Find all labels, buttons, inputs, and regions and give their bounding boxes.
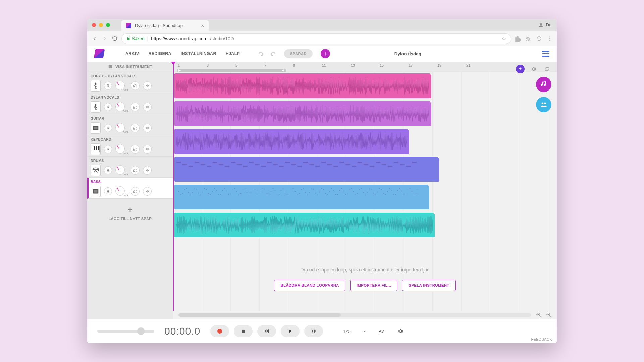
loop-region[interactable]: ▶ ◀ (177, 69, 286, 72)
clip-handle[interactable] (428, 185, 429, 186)
mute-icon[interactable] (143, 145, 152, 154)
track-header[interactable]: KEYBOARD R VOL (87, 135, 173, 157)
fast-forward-button[interactable] (304, 325, 323, 337)
headphones-icon[interactable] (131, 103, 140, 111)
arm-record-button[interactable]: R (104, 82, 112, 90)
magic-tool-button[interactable] (516, 65, 525, 73)
extension-icon[interactable] (515, 36, 521, 42)
track-header[interactable]: BASS R VOL (87, 178, 173, 199)
import-file-button[interactable]: IMPORTERA FIL... (350, 280, 397, 291)
browser-profile[interactable]: Du (538, 22, 551, 28)
headphones-icon[interactable] (131, 145, 140, 154)
audio-clip[interactable] (174, 73, 431, 98)
headphones-icon[interactable] (131, 166, 140, 175)
browser-tab[interactable]: Dylan tisdag - Soundtrap × (121, 20, 209, 31)
instrument-icon[interactable] (91, 122, 101, 134)
undo-icon[interactable] (258, 51, 264, 57)
instrument-icon[interactable] (91, 143, 101, 155)
menu-arkiv[interactable]: ARKIV (125, 51, 139, 56)
browse-loops-button[interactable]: BLÄDDRA BLAND LOOPARNA (274, 280, 345, 291)
arm-record-button[interactable]: R (104, 145, 112, 153)
rewind-button[interactable] (257, 325, 276, 337)
back-button[interactable] (91, 35, 98, 42)
track-header[interactable]: DRUMS R VOL (87, 157, 173, 178)
mute-icon[interactable] (143, 187, 152, 196)
close-window-icon[interactable] (92, 23, 96, 27)
menu-hjalp[interactable]: HJÄLP (226, 51, 240, 56)
share-button[interactable]: ↓ (321, 49, 330, 58)
timeline-sync-icon[interactable] (543, 65, 551, 73)
forward-button[interactable] (101, 35, 108, 42)
clip-handle[interactable] (430, 101, 431, 103)
metronome-toggle[interactable]: AV (379, 329, 384, 334)
bookmark-icon[interactable]: ☆ (502, 36, 506, 41)
refresh-ext-icon[interactable] (536, 36, 542, 42)
play-instrument-button[interactable]: SPELA INSTRUMENT (402, 280, 455, 291)
arm-record-button[interactable]: R (104, 103, 112, 111)
scroll-thumb[interactable] (178, 313, 531, 317)
clip-handle[interactable] (408, 129, 409, 131)
volume-knob[interactable]: VOL (115, 123, 127, 133)
audio-clip[interactable] (174, 101, 431, 126)
audio-clip[interactable] (174, 157, 439, 182)
instrument-icon[interactable] (91, 186, 101, 197)
audio-clip[interactable] (174, 213, 435, 237)
volume-knob[interactable]: VOL (115, 81, 127, 91)
track-header[interactable]: COPY OF DYLAN VOCALS R VOL (87, 72, 173, 93)
master-volume-slider[interactable] (97, 330, 154, 333)
show-instrument-button[interactable]: VISA INSTRUMENT (87, 62, 173, 72)
menu-installningar[interactable]: INSTÄLLNINGAR (181, 51, 216, 56)
play-button[interactable] (281, 325, 300, 337)
headphones-icon[interactable] (131, 81, 140, 90)
rss-icon[interactable] (525, 36, 531, 42)
reload-button[interactable] (111, 35, 118, 42)
playhead-line[interactable] (173, 62, 174, 311)
add-track-button[interactable]: + LÄGG TILL NYTT SPÅR (87, 199, 173, 227)
volume-knob[interactable]: VOL (115, 186, 127, 196)
stop-button[interactable] (234, 325, 253, 337)
project-name[interactable]: Dylan tisdag (394, 51, 421, 56)
volume-knob[interactable]: VOL (115, 165, 127, 175)
mute-icon[interactable] (143, 124, 152, 132)
redo-icon[interactable] (270, 51, 276, 57)
clip-handle[interactable] (438, 157, 439, 159)
audio-clip[interactable] (174, 129, 409, 154)
hamburger-icon[interactable] (542, 51, 549, 57)
clip-handle[interactable] (430, 73, 431, 75)
feedback-link[interactable]: FEEDBACK (531, 337, 552, 341)
transport-settings-icon[interactable] (398, 328, 403, 334)
arm-record-button[interactable]: R (104, 187, 112, 195)
mute-icon[interactable] (143, 103, 152, 111)
tempo-value[interactable]: 120 (343, 329, 351, 334)
app-logo-icon[interactable] (94, 49, 105, 58)
url-field[interactable]: Säkert | https://www.soundtrap.com/studi… (121, 33, 511, 44)
timeline-settings-icon[interactable] (529, 65, 538, 73)
headphones-icon[interactable] (131, 124, 140, 132)
time-signature[interactable]: - (364, 329, 365, 334)
record-button[interactable] (210, 325, 229, 337)
mute-icon[interactable] (143, 166, 152, 175)
audio-clip[interactable] (174, 185, 429, 209)
zoom-out-icon[interactable] (536, 312, 541, 318)
kebab-icon[interactable] (547, 36, 553, 42)
track-header[interactable]: GUITAR R VOL (87, 114, 173, 135)
tab-close-icon[interactable]: × (201, 23, 204, 28)
menu-redigera[interactable]: REDIGERA (148, 51, 171, 56)
loops-panel-button[interactable] (536, 77, 551, 92)
instrument-icon[interactable] (91, 101, 101, 113)
mute-icon[interactable] (143, 81, 152, 90)
zoom-in-icon[interactable] (546, 312, 551, 318)
maximize-window-icon[interactable] (106, 23, 110, 27)
arm-record-button[interactable]: R (104, 166, 112, 174)
volume-knob[interactable]: VOL (115, 144, 127, 154)
instrument-icon[interactable] (91, 165, 101, 176)
instrument-icon[interactable] (91, 80, 101, 92)
tracks-area[interactable]: Dra och släpp en loop, spela ett instrum… (173, 72, 557, 311)
collaborate-button[interactable] (536, 97, 551, 112)
arm-record-button[interactable]: R (104, 124, 112, 132)
volume-thumb[interactable] (137, 327, 145, 335)
clip-handle[interactable] (433, 213, 435, 214)
track-header[interactable]: DYLAN VOCALS R VOL (87, 93, 173, 114)
volume-knob[interactable]: VOL (115, 102, 127, 112)
minimize-window-icon[interactable] (99, 23, 103, 27)
